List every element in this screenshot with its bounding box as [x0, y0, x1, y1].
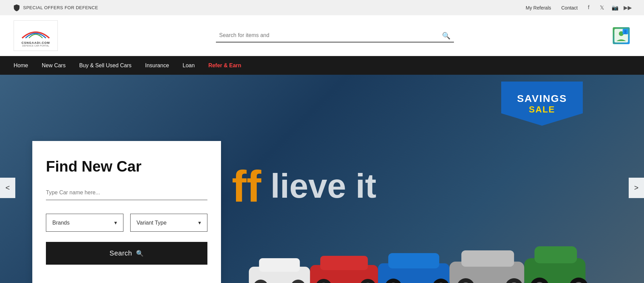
logo-arc-icon [20, 24, 51, 40]
search-icon[interactable]: 🔍 [442, 32, 451, 40]
avatar[interactable]: 👤 [612, 26, 630, 45]
logo-text: CSNGAADI.COM [20, 41, 51, 45]
svg-rect-24 [461, 250, 514, 267]
svg-text:👤: 👤 [623, 30, 628, 34]
search-bar-container: 🔍 [216, 29, 454, 42]
savings-text: SAVINGS [517, 93, 567, 104]
nav-insurance[interactable]: Insurance [145, 57, 169, 74]
youtube-icon[interactable]: ▶▶ [624, 4, 630, 11]
nav-loan[interactable]: Loan [183, 57, 195, 74]
variant-type-dropdown[interactable]: Variant Type ▾ [130, 214, 208, 232]
hero-text: lieve it [270, 166, 376, 205]
contact-link[interactable]: Contact [561, 5, 578, 11]
top-bar: SPECIAL OFFERS FOR DEFENCE My Referals C… [0, 0, 644, 15]
logo-tagline: DEFENCE CAR PORTAL [20, 45, 51, 47]
brands-dropdown[interactable]: Brands ▾ [46, 214, 123, 232]
top-bar-left: SPECIAL OFFERS FOR DEFENCE [14, 4, 98, 11]
dropdowns-row: Brands ▾ Variant Type ▾ [46, 214, 207, 232]
hero-section: SAVINGS SALE lieve it ff Find New Car Br… [0, 75, 644, 283]
chevron-down-icon-2: ▾ [198, 219, 201, 226]
header: CSNGAADI.COM DEFENCE CAR PORTAL 🔍 👤 [0, 15, 644, 56]
social-icons: f 𝕏 📷 ▶▶ [588, 4, 630, 11]
navigation: Home New Cars Buy & Sell Used Cars Insur… [0, 56, 644, 75]
top-bar-right: My Referals Contact f 𝕏 📷 ▶▶ [526, 4, 630, 11]
sale-text: SALE [529, 104, 555, 115]
defence-text: SPECIAL OFFERS FOR DEFENCE [23, 5, 98, 10]
nav-buy-sell[interactable]: Buy & Sell Used Cars [79, 57, 132, 74]
nav-new-cars[interactable]: New Cars [42, 57, 66, 74]
carousel-prev-button[interactable]: < [0, 178, 15, 198]
chevron-right-icon: > [634, 183, 639, 192]
facebook-icon[interactable]: f [588, 4, 595, 11]
svg-rect-6 [259, 258, 300, 272]
shield-icon [14, 4, 20, 11]
hero-percent: ff [232, 161, 261, 212]
find-car-title: Find New Car [46, 158, 207, 175]
search-icon-btn: 🔍 [136, 250, 144, 257]
avatar-image: 👤 [613, 27, 630, 44]
search-card: Find New Car Brands ▾ Variant Type ▾ Sea… [32, 141, 221, 283]
nav-refer-earn[interactable]: Refer & Earn [208, 57, 241, 74]
logo[interactable]: CSNGAADI.COM DEFENCE CAR PORTAL [14, 20, 58, 51]
chevron-left-icon: < [5, 183, 10, 192]
chevron-down-icon: ▾ [114, 219, 117, 226]
search-input[interactable] [216, 29, 454, 42]
nav-home[interactable]: Home [14, 57, 28, 74]
twitter-icon[interactable]: 𝕏 [600, 4, 607, 11]
svg-rect-30 [535, 246, 577, 263]
car-name-input[interactable] [46, 187, 207, 200]
svg-rect-18 [388, 253, 439, 268]
my-referrals-link[interactable]: My Referals [526, 5, 551, 11]
savings-badge: SAVINGS SALE [501, 82, 583, 126]
carousel-next-button[interactable]: > [629, 178, 644, 198]
svg-rect-12 [320, 256, 368, 270]
search-button[interactable]: Search 🔍 [46, 242, 207, 265]
instagram-icon[interactable]: 📷 [612, 4, 618, 11]
